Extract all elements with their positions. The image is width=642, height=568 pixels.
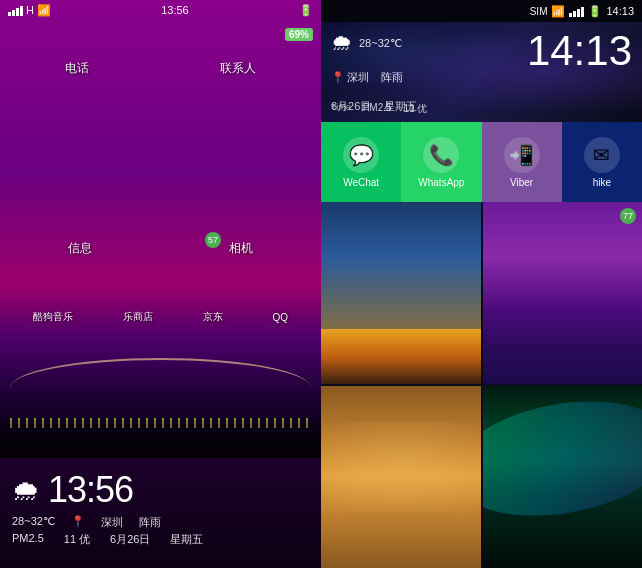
- left-pm-label: PM2.5: [12, 532, 44, 547]
- contacts-app[interactable]: 联系人: [220, 60, 256, 77]
- phone-app[interactable]: 电话: [65, 60, 89, 77]
- left-wifi-icon: 📶: [37, 4, 51, 17]
- left-location-icon: 📍: [71, 515, 85, 530]
- right-cloud-temp-row: 🌧 28~32℃: [331, 30, 517, 56]
- viber-icon: 📲: [504, 137, 540, 173]
- right-signal-bars: [569, 5, 584, 17]
- left-weather-date: PM2.5 11 优 6月26日 星期五: [12, 532, 309, 547]
- left-signal-bars: [8, 4, 23, 16]
- rbar2: [573, 11, 576, 17]
- left-condition: 阵雨: [139, 515, 161, 530]
- wechat-icon: 💬: [343, 137, 379, 173]
- left-signal-area: H 📶: [8, 4, 51, 17]
- store-app[interactable]: 乐商店: [123, 310, 153, 324]
- left-location: 深圳: [101, 515, 123, 530]
- rbar3: [577, 9, 580, 17]
- photo-purple-mountains[interactable]: 77: [483, 202, 643, 384]
- whatsapp-tile[interactable]: 📞 WhatsApp: [401, 122, 481, 202]
- right-pm-value: 11 优: [404, 102, 428, 116]
- left-app-row-1: 电话 联系人: [0, 60, 321, 77]
- left-battery: 🔋: [299, 4, 313, 17]
- jd-app[interactable]: 京东: [203, 310, 223, 324]
- whatsapp-icon: 📞: [423, 137, 459, 173]
- right-phone-screen: SIM 📶 🔋 14:13 🌧 28~32℃ 📍 深圳 阵雨: [321, 0, 642, 568]
- right-location-row: 📍 深圳 阵雨: [331, 70, 517, 85]
- right-pm-label: PM2.5: [363, 102, 392, 116]
- left-cloud-icon: 🌧: [12, 474, 40, 507]
- bar2: [12, 10, 15, 16]
- right-photo-grid: 77: [321, 202, 642, 568]
- left-app-row-2: 信息 相机: [0, 240, 321, 257]
- left-day: 星期五: [170, 532, 203, 547]
- messages-app[interactable]: 信息: [68, 240, 92, 257]
- viber-label: Viber: [510, 177, 533, 188]
- left-status-bar: H 📶 13:56 🔋: [0, 0, 321, 20]
- wechat-label: WeChat: [343, 177, 379, 188]
- right-sim-icon: SIM: [530, 6, 548, 17]
- right-location-pin: 📍: [331, 71, 345, 84]
- left-time-display: 13:56: [48, 469, 133, 511]
- left-date: 6月26日: [110, 532, 150, 547]
- left-status-time: 13:56: [51, 4, 299, 16]
- left-pm-value: 11 优: [64, 532, 90, 547]
- rbar4: [581, 7, 584, 17]
- hike-icon: ✉: [584, 137, 620, 173]
- time-label: Time: [331, 102, 351, 116]
- right-app-tiles: 💬 WeChat 📞 WhatsApp 📲 Viber ✉ hike: [321, 122, 642, 202]
- hike-tile[interactable]: ✉ hike: [562, 122, 642, 202]
- left-weather-widget: 🌧 13:56 28~32℃ 📍 深圳 阵雨 PM2.5 11 优 6月26日 …: [0, 448, 321, 568]
- qq-app[interactable]: QQ: [273, 312, 289, 323]
- photo-notification-badge: 77: [620, 208, 636, 224]
- photo-sunset-lake[interactable]: [321, 202, 481, 384]
- left-network-type: H: [26, 4, 34, 16]
- right-location: 深圳: [347, 70, 369, 85]
- photo-northern-lights[interactable]: [483, 386, 643, 568]
- whatsapp-label: WhatsApp: [418, 177, 464, 188]
- right-temp: 28~32℃: [359, 37, 402, 50]
- left-weather-detail: 28~32℃ 📍 深圳 阵雨: [12, 515, 309, 530]
- right-condition: 阵雨: [381, 70, 403, 85]
- camera-app[interactable]: 相机: [229, 240, 253, 257]
- bar4: [20, 6, 23, 16]
- hike-label: hike: [593, 177, 611, 188]
- right-header-bottom: Time PM2.5 11 优: [331, 102, 632, 116]
- left-weather-top: 🌧 13:56: [12, 469, 309, 511]
- right-status-time: 14:13: [606, 5, 634, 17]
- rbar1: [569, 13, 572, 17]
- bar1: [8, 12, 11, 16]
- photo-desert-dunes[interactable]: [321, 386, 481, 568]
- bar3: [16, 8, 19, 16]
- right-weather-header: 🌧 28~32℃ 📍 深圳 阵雨 6月26日 星期五 14:13 Time PM…: [321, 22, 642, 122]
- right-wifi-icon: 📶: [551, 5, 565, 18]
- left-temp: 28~32℃: [12, 515, 55, 530]
- battery-percentage-badge: 69%: [285, 28, 313, 41]
- left-phone-screen: H 📶 13:56 🔋 69% 电话 联系人 57 信息 相机 酷狗音乐 乐商店…: [0, 0, 321, 568]
- right-battery-icon: 🔋: [588, 5, 602, 18]
- wechat-tile[interactable]: 💬 WeChat: [321, 122, 401, 202]
- left-app-row-3: 酷狗音乐 乐商店 京东 QQ: [0, 310, 321, 324]
- viber-tile[interactable]: 📲 Viber: [482, 122, 562, 202]
- right-status-bar: SIM 📶 🔋 14:13: [321, 0, 642, 22]
- music-app[interactable]: 酷狗音乐: [33, 310, 73, 324]
- right-cloud-icon: 🌧: [331, 30, 353, 56]
